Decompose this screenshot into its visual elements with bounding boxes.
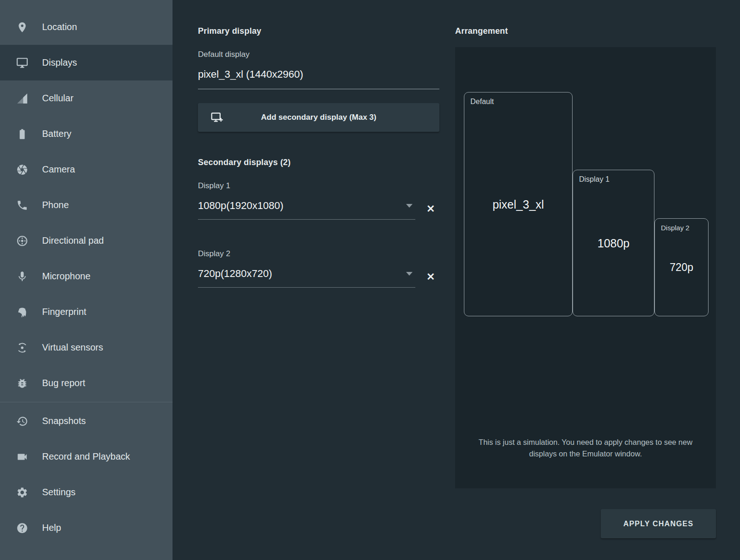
chevron-down-icon: [406, 204, 413, 208]
sidebar-item-label: Location: [42, 22, 77, 32]
display-settings-panel: Primary display Default display pixel_3_…: [198, 0, 439, 288]
arrangement-box-display-2[interactable]: Display 2 720p: [654, 218, 709, 316]
display-1-dropdown[interactable]: 1080p(1920x1080): [198, 200, 415, 220]
gear-icon: [16, 486, 28, 498]
fingerprint-icon: [16, 306, 28, 318]
chevron-down-icon: [406, 272, 413, 276]
sidebar-item-label: Snapshots: [42, 416, 86, 426]
sidebar-item-label: Virtual sensors: [42, 342, 103, 353]
arrangement-box-label: Default: [470, 98, 494, 106]
sidebar-item-displays[interactable]: Displays: [0, 45, 173, 80]
main-content: Primary display Default display pixel_3_…: [173, 0, 740, 560]
sidebar-item-label: Directional pad: [42, 235, 104, 246]
arrangement-box-label: Display 1: [579, 175, 610, 184]
arrangement-box-display-1[interactable]: Display 1 1080p: [573, 170, 654, 316]
sidebar-item-label: Battery: [42, 129, 71, 139]
add-secondary-display-label: Add secondary display (Max 3): [198, 113, 439, 122]
sidebar-item-battery[interactable]: Battery: [0, 116, 173, 152]
sidebar-item-label: Settings: [42, 487, 75, 498]
sidebar-item-settings[interactable]: Settings: [0, 474, 173, 510]
sidebar-item-record-and-playback[interactable]: Record and Playback: [0, 439, 173, 474]
sidebar-item-virtual-sensors[interactable]: Virtual sensors: [0, 330, 173, 365]
display-2-dropdown[interactable]: 720p(1280x720): [198, 268, 415, 288]
sidebar-item-label: Camera: [42, 164, 75, 175]
sidebar-item-microphone[interactable]: Microphone: [0, 258, 173, 294]
sidebar-item-cellular[interactable]: Cellular: [0, 80, 173, 116]
virtual-sensors-icon: [16, 342, 28, 354]
camera-shutter-icon: [16, 164, 28, 176]
snapshots-history-icon: [16, 415, 28, 427]
sidebar-item-label: Microphone: [42, 271, 91, 282]
default-display-label: Default display: [198, 50, 439, 59]
sidebar-item-help[interactable]: Help: [0, 510, 173, 546]
sidebar-item-label: Fingerprint: [42, 307, 86, 317]
arrangement-panel: Default pixel_3_xl Display 1 1080p Displ…: [455, 47, 716, 488]
display-2-value: 720p(1280x720): [198, 268, 272, 280]
arrangement-box-name: pixel_3_xl: [464, 197, 572, 211]
display-2-label: Display 2: [198, 249, 439, 258]
sidebar-divider: [0, 402, 173, 402]
display-1-value: 1080p(1920x1080): [198, 200, 284, 212]
add-secondary-display-button[interactable]: Add secondary display (Max 3): [198, 103, 439, 132]
add-display-icon: [210, 111, 224, 124]
sidebar-item-label: Cellular: [42, 93, 74, 104]
sidebar-item-label: Bug report: [42, 378, 85, 388]
sidebar-item-label: Phone: [42, 200, 69, 210]
sidebar-item-label: Displays: [42, 57, 77, 68]
sidebar-item-camera[interactable]: Camera: [0, 152, 173, 187]
primary-display-title: Primary display: [198, 0, 439, 36]
sidebar-item-bug-report[interactable]: Bug report: [0, 365, 173, 401]
arrangement-box-name: 1080p: [573, 236, 654, 250]
dpad-icon: [16, 235, 28, 247]
battery-icon: [16, 128, 28, 140]
arrangement-box-name: 720p: [655, 261, 708, 274]
sidebar: Location Displays Cellular Battery Camer…: [0, 0, 173, 560]
arrangement-box-default[interactable]: Default pixel_3_xl: [464, 92, 573, 316]
display-1-label: Display 1: [198, 181, 439, 191]
display-icon: [16, 57, 28, 69]
help-icon: [16, 522, 28, 534]
apply-changes-button[interactable]: APPLY CHANGES: [601, 509, 716, 538]
record-video-icon: [16, 451, 28, 463]
secondary-displays-title: Secondary displays (2): [198, 158, 439, 167]
sidebar-item-directional-pad[interactable]: Directional pad: [0, 223, 173, 258]
sidebar-item-fingerprint[interactable]: Fingerprint: [0, 294, 173, 330]
cellular-signal-icon: [16, 92, 28, 105]
simulation-note: This is just a simulation. You need to a…: [472, 437, 699, 460]
sidebar-item-label: Help: [42, 523, 61, 533]
remove-display-1-button[interactable]: ✕: [426, 204, 435, 214]
bug-icon: [16, 377, 28, 389]
sidebar-item-snapshots[interactable]: Snapshots: [0, 403, 173, 439]
microphone-icon: [16, 271, 28, 283]
sidebar-item-location[interactable]: Location: [0, 9, 173, 45]
display-2-row: 720p(1280x720) ✕: [198, 268, 439, 288]
default-display-value: pixel_3_xl (1440x2960): [198, 68, 439, 89]
sidebar-item-label: Record and Playback: [42, 451, 130, 462]
arrangement-box-label: Display 2: [661, 224, 690, 232]
display-1-row: 1080p(1920x1080) ✕: [198, 200, 439, 220]
arrangement-section: Arrangement Default pixel_3_xl Display 1…: [455, 0, 716, 488]
remove-display-2-button[interactable]: ✕: [426, 272, 435, 282]
sidebar-item-phone[interactable]: Phone: [0, 187, 173, 223]
location-pin-icon: [16, 21, 28, 33]
arrangement-title: Arrangement: [455, 0, 716, 36]
phone-icon: [16, 199, 28, 211]
